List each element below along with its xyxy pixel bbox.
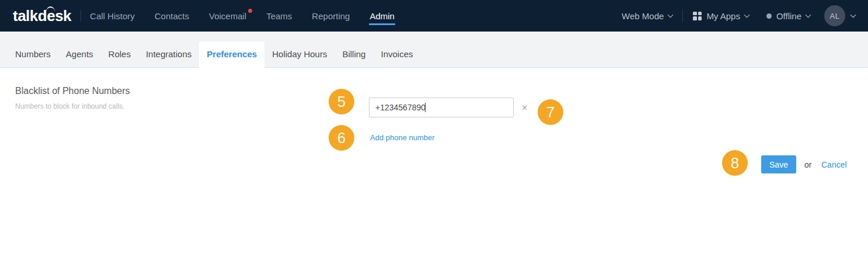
tab-holiday-hours[interactable]: Holiday Hours — [264, 41, 334, 67]
primary-nav: Call History Contacts Voicemail Teams Re… — [90, 11, 395, 21]
or-label: or — [804, 160, 811, 169]
phone-number-input[interactable] — [369, 98, 514, 117]
phone-number-field-wrap — [369, 98, 514, 117]
presence-status-dropdown[interactable]: Offline — [766, 11, 810, 21]
nav-item-teams[interactable]: Teams — [266, 11, 292, 21]
nav-item-call-history[interactable]: Call History — [90, 11, 135, 21]
user-menu[interactable]: AL — [824, 5, 855, 26]
logo-e-arc: e — [47, 8, 55, 23]
my-apps-dropdown[interactable]: My Apps — [693, 11, 749, 21]
annotation-circle-8: 8 — [722, 150, 748, 176]
nav-item-admin[interactable]: Admin — [369, 11, 395, 21]
cancel-link[interactable]: Cancel — [821, 160, 847, 169]
annotation-circle-6: 6 — [329, 125, 354, 151]
navbar-divider — [682, 9, 683, 22]
tab-billing[interactable]: Billing — [334, 41, 373, 67]
tab-numbers[interactable]: Numbers — [8, 41, 58, 67]
add-phone-number-link[interactable]: Add phone number — [370, 133, 435, 142]
navbar-divider — [81, 10, 81, 22]
chevron-down-icon — [668, 12, 674, 18]
web-mode-label: Web Mode — [622, 11, 664, 21]
preferences-content: Blacklist of Phone Numbers Numbers to bl… — [0, 68, 868, 270]
voicemail-notification-dot — [248, 9, 252, 13]
text-cursor — [425, 103, 426, 112]
chevron-down-icon — [806, 12, 811, 18]
tab-agents[interactable]: Agents — [58, 41, 101, 67]
tab-invoices[interactable]: Invoices — [373, 41, 420, 67]
logo-text: sk — [55, 8, 71, 23]
chevron-down-icon — [744, 12, 750, 18]
chevron-down-icon — [850, 12, 856, 18]
remove-phone-icon[interactable]: ✕ — [520, 103, 529, 112]
nav-item-label: Voicemail — [209, 11, 246, 21]
offline-status-dot — [766, 13, 772, 19]
navbar-right-section: Web Mode My Apps Offline AL — [622, 5, 855, 26]
annotation-circle-7: 7 — [538, 99, 563, 125]
top-navbar: talkdesk Call History Contacts Voicemail… — [0, 0, 868, 32]
tab-roles[interactable]: Roles — [101, 41, 138, 67]
save-button[interactable]: Save — [761, 155, 796, 173]
my-apps-label: My Apps — [706, 11, 740, 21]
admin-tab-bar: Numbers Agents Roles Integrations Prefer… — [0, 32, 868, 68]
talkdesk-logo[interactable]: talkdesk — [13, 8, 71, 23]
nav-item-contacts[interactable]: Contacts — [155, 11, 189, 21]
tab-preferences[interactable]: Preferences — [199, 41, 264, 68]
section-title: Blacklist of Phone Numbers — [15, 86, 130, 96]
tab-integrations[interactable]: Integrations — [138, 41, 199, 67]
web-mode-dropdown[interactable]: Web Mode — [622, 11, 672, 21]
avatar: AL — [824, 5, 845, 26]
presence-label: Offline — [776, 11, 801, 21]
nav-item-voicemail[interactable]: Voicemail — [209, 11, 246, 21]
annotation-circle-5: 5 — [329, 89, 354, 114]
nav-item-reporting[interactable]: Reporting — [312, 11, 350, 21]
apps-grid-icon — [693, 12, 702, 20]
logo-text: talkd — [13, 8, 47, 23]
section-description: Numbers to block for inbound calls. — [15, 102, 124, 110]
